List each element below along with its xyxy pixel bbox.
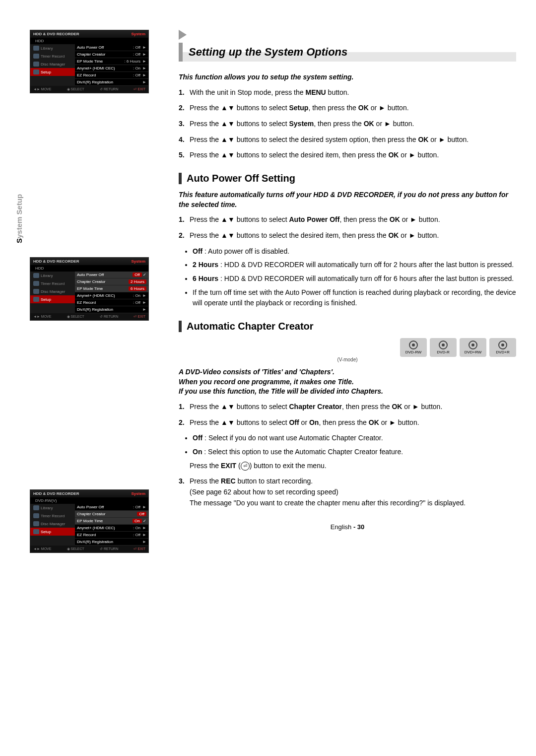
step-item: 1.Press the ▲▼ buttons to select Chapter…: [179, 402, 516, 412]
disc-badge: DVD-R: [430, 338, 457, 357]
step-item: 3.Press the ▲▼ buttons to select System,…: [179, 119, 516, 130]
disc-badge: DVD+RW: [460, 338, 486, 357]
bullet-item: Off : Auto power off is disabled.: [193, 246, 516, 257]
bullet-item: If the turn off time set with the Auto P…: [193, 287, 516, 309]
side-tab-label: System Setup: [15, 194, 23, 243]
section3-step3: 3.Press the REC button to start recordin…: [179, 476, 516, 508]
bullet-item: 6 Hours : HDD & DVD RECORDER will automa…: [193, 274, 516, 284]
section-title-chapter: Automatic Chapter Creator: [179, 321, 516, 332]
section2-bullets: Off : Auto power off is disabled.2 Hours…: [193, 246, 516, 309]
step-item: 5.Press the ▲▼ buttons to select the des…: [179, 150, 516, 161]
step-item: 3.Press the REC button to start recordin…: [179, 476, 516, 508]
osd-screenshot-1: HDD & DVD RECORDERSystem HDD Library Tim…: [30, 30, 149, 93]
bullet-item: 2 Hours : HDD & DVD RECORDER will automa…: [193, 260, 516, 271]
section1-steps: 1.With the unit in Stop mode, press the …: [179, 87, 516, 161]
disc-badges: DVD-RWDVD-RDVD+RWDVD+R: [400, 338, 516, 357]
section2-steps: 1.Press the ▲▼ buttons to select Auto Po…: [179, 214, 516, 241]
disc-badge: DVD-RW: [400, 338, 427, 357]
section3-intro: A DVD-Video consists of 'Titles' and 'Ch…: [179, 367, 516, 397]
disc-badge: DVD+R: [489, 338, 516, 357]
bullet-item: On : Select this option to use the Autom…: [193, 447, 516, 458]
osd-screenshot-2: HDD & DVD RECORDERSystem HDD Library Tim…: [30, 257, 149, 321]
step-item: 1.With the unit in Stop mode, press the …: [179, 87, 516, 98]
step-item: 4.Press the ▲▼ buttons to select the des…: [179, 135, 516, 145]
bullet-item: Off : Select if you do not want use Auto…: [193, 433, 516, 444]
page-footer: English - 30: [179, 523, 516, 531]
section3-bullets: Off : Select if you do not want use Auto…: [193, 433, 516, 457]
step-item: 2.Press the ▲▼ buttons to select Setup, …: [179, 103, 516, 114]
step-item: 1.Press the ▲▼ buttons to select Auto Po…: [179, 214, 516, 225]
section-title-autopower: Auto Power Off Setting: [179, 173, 516, 184]
step-item: 2.Press the ▲▼ buttons to select the des…: [179, 230, 516, 241]
step-item: 2.Press the ▲▼ buttons to select Off or …: [179, 417, 516, 428]
exit-line: Press the EXIT (⏎) button to exit the me…: [190, 461, 516, 472]
section1-intro: This function allows you to setup the sy…: [179, 72, 516, 82]
section-title-setup: Setting up the System Options: [179, 43, 516, 62]
section2-intro: This feature automatically turns off you…: [179, 190, 516, 209]
section3-steps: 1.Press the ▲▼ buttons to select Chapter…: [179, 402, 516, 428]
osd-screenshot-3: HDD & DVD RECORDERSystem DVD-RW(V) Libra…: [30, 489, 149, 553]
vmode-label: (V-mode): [179, 357, 516, 362]
section-arrow-icon: [179, 30, 187, 40]
